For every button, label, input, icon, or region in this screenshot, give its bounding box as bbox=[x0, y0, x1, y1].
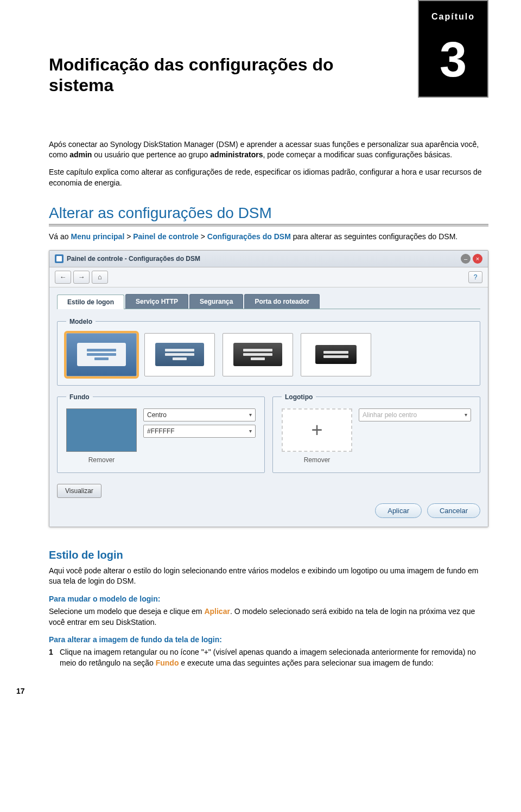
minimize-icon[interactable]: – bbox=[461, 254, 471, 264]
chapter-number: 3 bbox=[419, 35, 487, 84]
tab-security[interactable]: Segurança bbox=[189, 294, 243, 309]
login-style-paragraph: Aqui você pode alterar o estilo do login… bbox=[49, 566, 488, 587]
logo-align-select[interactable]: Alinhar pelo centro ▾ bbox=[359, 408, 471, 421]
nav-forward-button[interactable]: → bbox=[73, 271, 90, 284]
cancelar-button[interactable]: Cancelar bbox=[427, 503, 480, 518]
page-title: Modificação das configurações do sistema bbox=[49, 54, 374, 96]
window-titlebar: Painel de controle - Configurações do DS… bbox=[49, 251, 488, 267]
logotipo-fieldset: Logotipo + Remover Alinhar pelo centro ▾ bbox=[272, 393, 480, 473]
section-lead: Vá ao Menu principal > Painel de control… bbox=[49, 232, 488, 242]
control-panel-icon bbox=[55, 254, 63, 263]
chevron-down-icon: ▾ bbox=[249, 412, 252, 418]
dsm-settings-panel: Painel de controle - Configurações do DS… bbox=[49, 250, 488, 527]
window-toolbar: ← → ⌂ ? bbox=[49, 267, 488, 287]
fundo-remove-link[interactable]: Remover bbox=[66, 456, 137, 464]
modelo-legend: Modelo bbox=[66, 318, 96, 325]
logotipo-legend: Logotipo bbox=[282, 393, 316, 401]
tab-http-service[interactable]: Serviço HTTP bbox=[125, 294, 188, 309]
fundo-preview[interactable] bbox=[66, 408, 137, 452]
fundo-position-select[interactable]: Centro ▾ bbox=[143, 408, 256, 421]
model-template-3[interactable] bbox=[223, 333, 293, 376]
aplicar-button[interactable]: Aplicar bbox=[375, 503, 422, 518]
chevron-down-icon: ▾ bbox=[249, 428, 252, 434]
chapter-label: Capítulo bbox=[419, 1, 487, 22]
page-number: 17 bbox=[16, 687, 25, 695]
fundo-legend: Fundo bbox=[66, 393, 93, 401]
chapter-box: Capítulo 3 bbox=[418, 0, 488, 98]
step-2-list: Clique na imagem retangular ou no ícone … bbox=[49, 647, 488, 668]
step-heading-1: Para mudar o modelo de login: bbox=[49, 594, 488, 603]
fundo-fieldset: Fundo Remover Centro ▾ #FFFF bbox=[57, 393, 265, 473]
intro-paragraph-1: Após conectar ao Synology DiskStation Ma… bbox=[49, 139, 488, 161]
modelo-fieldset: Modelo bbox=[57, 318, 480, 386]
visualizar-button[interactable]: Visualizar bbox=[57, 484, 101, 498]
step-1-text: Selecione um modelo que deseja e clique … bbox=[49, 606, 488, 628]
logo-dropzone[interactable]: + bbox=[282, 408, 352, 452]
section-heading: Alterar as configurações do DSM bbox=[49, 204, 488, 226]
plus-icon: + bbox=[311, 419, 322, 442]
model-template-4[interactable] bbox=[301, 333, 371, 376]
tab-router-port[interactable]: Porta do roteador bbox=[244, 294, 320, 309]
list-item: Clique na imagem retangular ou no ícone … bbox=[49, 647, 488, 668]
nav-back-button[interactable]: ← bbox=[55, 271, 71, 284]
intro-paragraph-2: Este capítulo explica como alterar as co… bbox=[49, 167, 488, 188]
close-icon[interactable]: × bbox=[473, 254, 482, 264]
window-title: Painel de controle - Configurações do DS… bbox=[67, 255, 200, 263]
tabs-row: Estilo de logon Serviço HTTP Segurança P… bbox=[57, 294, 480, 309]
nav-home-button[interactable]: ⌂ bbox=[92, 271, 108, 284]
tab-login-style[interactable]: Estilo de logon bbox=[57, 295, 124, 309]
fundo-color-select[interactable]: #FFFFFF ▾ bbox=[143, 425, 256, 438]
step-heading-2: Para alterar a imagem de fundo da tela d… bbox=[49, 635, 488, 644]
model-template-1[interactable] bbox=[66, 333, 137, 376]
chevron-down-icon: ▾ bbox=[465, 412, 467, 418]
logo-remove-link[interactable]: Remover bbox=[282, 456, 352, 464]
model-template-2[interactable] bbox=[144, 333, 215, 376]
login-style-heading: Estilo de login bbox=[49, 549, 488, 561]
help-button[interactable]: ? bbox=[468, 271, 482, 283]
